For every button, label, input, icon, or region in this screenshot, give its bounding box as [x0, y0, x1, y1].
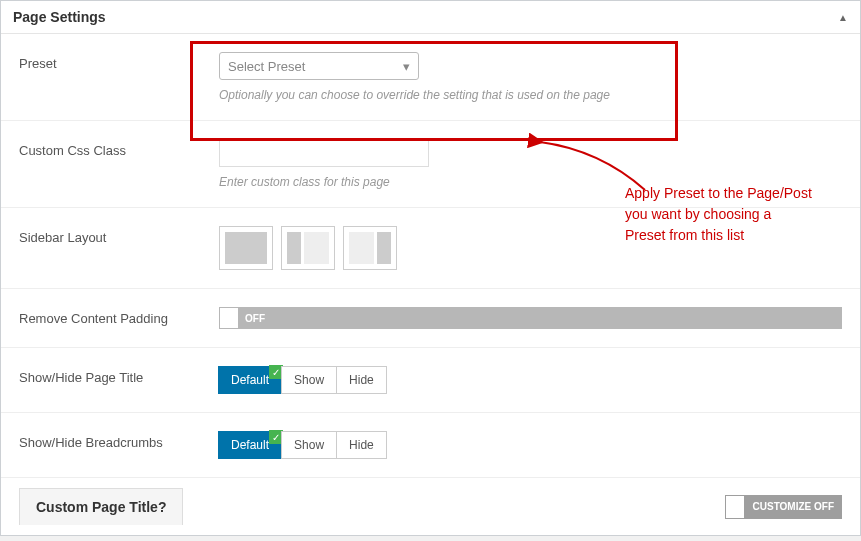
page-title-group: Default ✓ Show Hide [219, 366, 842, 394]
remove-padding-toggle[interactable]: OFF [219, 307, 842, 329]
page-title-show[interactable]: Show [281, 366, 337, 394]
collapse-icon[interactable]: ▲ [838, 12, 848, 23]
page-title-hide[interactable]: Hide [336, 366, 387, 394]
seg-label: Default [231, 438, 269, 452]
breadcrumbs-label: Show/Hide Breadcrumbs [19, 431, 219, 450]
toggle-off-label: OFF [239, 313, 271, 324]
preset-placeholder: Select Preset [228, 59, 305, 74]
toggle-knob-icon [219, 307, 239, 329]
chevron-down-icon: ▾ [403, 59, 410, 74]
page-title-default[interactable]: Default ✓ [218, 366, 282, 394]
preset-hint: Optionally you can choose to override th… [219, 88, 842, 102]
breadcrumbs-default[interactable]: Default ✓ [218, 431, 282, 459]
seg-label: Default [231, 373, 269, 387]
field-page-title: Show/Hide Page Title Default ✓ Show Hide [1, 348, 860, 413]
page-settings-panel: Page Settings ▲ Preset Select Preset ▾ O… [0, 0, 861, 536]
field-breadcrumbs: Show/Hide Breadcrumbs Default ✓ Show Hid… [1, 413, 860, 478]
css-class-label: Custom Css Class [19, 139, 219, 158]
panel-body: Preset Select Preset ▾ Optionally you ca… [1, 34, 860, 535]
annotation-line: Preset from this list [625, 225, 845, 246]
field-preset: Preset Select Preset ▾ Optionally you ca… [1, 34, 860, 121]
breadcrumbs-hide[interactable]: Hide [336, 431, 387, 459]
annotation-line: you want by choosing a [625, 204, 845, 225]
remove-padding-label: Remove Content Padding [19, 307, 219, 326]
css-class-input[interactable] [219, 139, 429, 167]
field-remove-padding: Remove Content Padding OFF [1, 289, 860, 348]
panel-header[interactable]: Page Settings ▲ [1, 1, 860, 34]
custom-page-title-section[interactable]: Custom Page Title? [19, 488, 183, 525]
layout-left-sidebar[interactable] [281, 226, 335, 270]
footer-row: Custom Page Title? CUSTOMIZE OFF [1, 478, 860, 535]
page-title-label: Show/Hide Page Title [19, 366, 219, 385]
layout-right-sidebar[interactable] [343, 226, 397, 270]
sidebar-layout-label: Sidebar Layout [19, 226, 219, 245]
layout-full[interactable] [219, 226, 273, 270]
annotation-line: Apply Preset to the Page/Post [625, 183, 845, 204]
breadcrumbs-group: Default ✓ Show Hide [219, 431, 842, 459]
customize-off-label: CUSTOMIZE OFF [745, 501, 842, 512]
breadcrumbs-show[interactable]: Show [281, 431, 337, 459]
toggle-knob-icon [725, 495, 745, 519]
preset-label: Preset [19, 52, 219, 71]
panel-title: Page Settings [13, 9, 106, 25]
customize-toggle[interactable]: CUSTOMIZE OFF [725, 495, 842, 519]
annotation-text: Apply Preset to the Page/Post you want b… [625, 183, 845, 246]
preset-select[interactable]: Select Preset ▾ [219, 52, 419, 80]
